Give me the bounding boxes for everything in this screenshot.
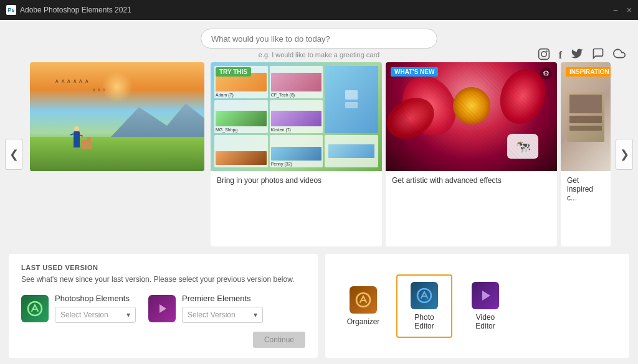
photoshop-version-select[interactable]: Select Version ▾	[55, 307, 136, 323]
video-editor-app-label: VideoEditor	[475, 313, 495, 330]
inspiration-feature-card[interactable]: INSPIRATION Get inspired c...	[561, 62, 611, 246]
last-used-title: LAST USED VERSION	[21, 264, 305, 271]
mountain	[111, 100, 204, 137]
app-selector-box: Organizer PhotoEditor VideoEditor	[325, 254, 629, 358]
adobe-logo: Ps	[6, 5, 16, 15]
social-icons-bar: f	[538, 47, 626, 63]
photoshop-elements-item: Photoshop Elements Select Version ▾	[21, 294, 136, 323]
whats-new-badge: WHAT'S NEW	[391, 67, 438, 77]
inspiration-bg	[561, 62, 611, 171]
bottom-section: LAST USED VERSION See what's new since y…	[0, 246, 638, 364]
org-thumb-7	[325, 135, 378, 167]
inspiration-badge: INSPIRATION	[566, 67, 611, 77]
premiere-elements-info: Premiere Elements Select Version ▾	[182, 294, 263, 323]
photoshop-elements-name: Photoshop Elements	[55, 294, 136, 303]
twitter-icon[interactable]	[571, 47, 583, 63]
svg-point-1	[541, 51, 546, 56]
organizer-app-label: Organizer	[347, 317, 380, 326]
app-title: Adobe Photoshop Elements 2021	[20, 6, 131, 14]
try-this-badge: TRY THIS	[216, 67, 251, 77]
photo-editor-app-icon	[411, 282, 438, 309]
nav-arrow-right[interactable]: ❯	[616, 139, 633, 170]
facebook-icon[interactable]: f	[559, 50, 562, 61]
organizer-app-button[interactable]: Organizer	[335, 279, 391, 334]
photo-editor-app-button[interactable]: PhotoEditor	[396, 274, 452, 338]
close-button[interactable]: ×	[627, 5, 632, 15]
org-thumb-4: Kirsten (7)	[270, 100, 323, 133]
birds-decoration: ∧ ∧ ∧ ∧ ∧ ∧	[55, 78, 89, 84]
main-landscape-card: ∧ ∧ ∧ ∧ ∧ ∧ ∧ ∧ ∧	[30, 62, 204, 171]
premiere-elements-icon	[148, 295, 176, 322]
search-input[interactable]	[201, 29, 437, 49]
landscape-image: ∧ ∧ ∧ ∧ ∧ ∧ ∧ ∧ ∧	[30, 62, 204, 171]
svg-point-2	[546, 50, 548, 52]
settings-icon[interactable]: ⚙	[540, 67, 552, 80]
photoshop-elements-icon	[21, 295, 49, 322]
cards-content: ∧ ∧ ∧ ∧ ∧ ∧ ∧ ∧ ∧	[27, 62, 611, 246]
main-content: e.g. I would like to make a greeting car…	[0, 20, 638, 364]
inspiration-card-title: Get inspired c...	[561, 171, 611, 207]
last-used-box: LAST USED VERSION See what's new since y…	[9, 254, 318, 358]
org-thumb-2: CF_Tech (8)	[270, 66, 323, 98]
sun-glow	[102, 72, 133, 103]
search-hint: e.g. I would like to make a greeting car…	[259, 51, 379, 58]
minimize-button[interactable]: −	[613, 5, 618, 15]
svg-marker-7	[482, 291, 490, 301]
video-editor-app-button[interactable]: VideoEditor	[457, 274, 513, 338]
premiere-version-select[interactable]: Select Version ▾	[182, 307, 263, 323]
org-thumb-wide	[325, 66, 378, 133]
premiere-elements-item: Premiere Elements Select Version ▾	[148, 294, 263, 323]
dog-silhouette	[81, 140, 92, 149]
continue-button[interactable]: Continue	[253, 332, 305, 348]
org-thumb-6: Penny (32)	[270, 135, 323, 167]
titlebar-controls: − ×	[613, 5, 632, 15]
org-thumb-3: MG_Shhpg	[214, 100, 268, 133]
organizer-feature-card[interactable]: TRY THIS Adam (7) CF_Tech (8)	[211, 62, 382, 246]
photo-editor-app-label: PhotoEditor	[414, 313, 434, 330]
photoshop-elements-info: Photoshop Elements Select Version ▾	[55, 294, 136, 323]
grass	[30, 137, 204, 171]
svg-marker-4	[160, 304, 166, 313]
last-used-description: See what's new since your last version. …	[21, 275, 305, 284]
artistic-card-image: WHAT'S NEW ⚙ 🐄	[386, 62, 557, 171]
person-silhouette	[74, 131, 80, 147]
chat-icon[interactable]	[592, 47, 604, 63]
organizer-card-image: TRY THIS Adam (7) CF_Tech (8)	[211, 62, 382, 171]
instagram-icon[interactable]	[538, 48, 550, 63]
video-editor-app-icon	[472, 282, 499, 309]
nav-arrow-left[interactable]: ❮	[5, 139, 22, 170]
products-row: Photoshop Elements Select Version ▾ Prem…	[21, 294, 305, 323]
premiere-elements-name: Premiere Elements	[182, 294, 263, 303]
artistic-card-title: Get artistic with advanced effects	[386, 171, 557, 190]
organizer-grid: Adam (7) CF_Tech (8)	[211, 62, 382, 171]
titlebar-left: Ps Adobe Photoshop Elements 2021	[6, 5, 131, 15]
cloud-icon[interactable]	[613, 47, 626, 63]
titlebar: Ps Adobe Photoshop Elements 2021 − ×	[0, 0, 638, 20]
artistic-feature-card[interactable]: WHAT'S NEW ⚙ 🐄	[386, 62, 557, 246]
feature-cards-row: ❮ ∧ ∧ ∧ ∧ ∧ ∧ ∧ ∧ ∧	[0, 62, 638, 246]
organizer-app-icon	[350, 286, 377, 314]
continue-button-area: Continue	[21, 332, 305, 348]
organizer-card-title: Bring in your photos and videos	[211, 171, 382, 190]
artistic-bg: 🐄	[386, 62, 557, 171]
org-thumb-5	[214, 135, 268, 167]
svg-rect-0	[538, 49, 549, 59]
inspiration-card-image: INSPIRATION	[561, 62, 611, 171]
